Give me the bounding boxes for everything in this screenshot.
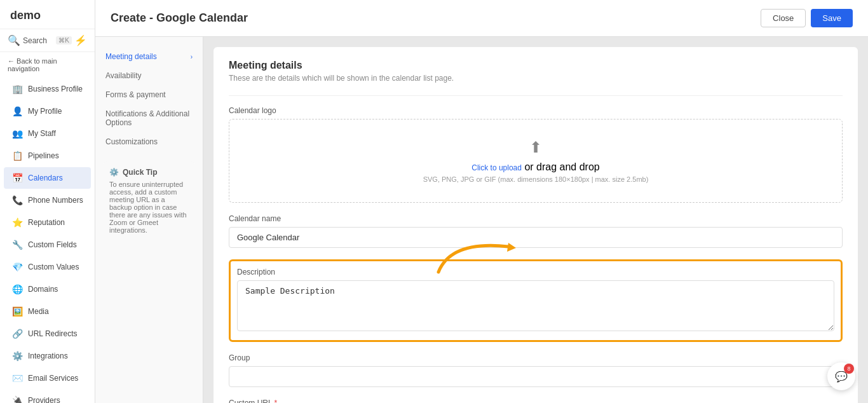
sidebar-item-my-staff[interactable]: 👥My Staff bbox=[4, 123, 91, 144]
calendar-logo-field: Calendar logo ⬆ Click to upload or drag … bbox=[229, 106, 843, 203]
close-button[interactable]: Close bbox=[761, 9, 806, 27]
providers-icon: 🔌 bbox=[11, 395, 23, 403]
divider bbox=[229, 95, 843, 96]
sidebar-item-url-redirects[interactable]: 🔗URL Redirects bbox=[4, 323, 91, 345]
integrations-icon: ⚙️ bbox=[11, 351, 23, 361]
chat-button[interactable]: 💬 8 bbox=[827, 362, 855, 390]
subnav-item-forms-payment[interactable]: Forms & payment bbox=[95, 85, 203, 104]
business-profile-icon: 🏢 bbox=[11, 84, 23, 94]
upload-hint: SVG, PNG, JPG or GIF (max. dimensions 18… bbox=[248, 175, 823, 183]
sidebar-item-business-profile[interactable]: 🏢Business Profile bbox=[4, 78, 91, 100]
subnav-item-customizations[interactable]: Customizations bbox=[95, 132, 203, 151]
lightning-icon: ⚡ bbox=[74, 34, 87, 46]
sidebar-item-pipelines[interactable]: 📋Pipelines bbox=[4, 145, 91, 167]
section-desc: These are the details which will be show… bbox=[229, 74, 843, 83]
calendar-logo-label: Calendar logo bbox=[229, 106, 843, 115]
subnav-item-meeting-details[interactable]: Meeting details› bbox=[95, 47, 203, 66]
subnav-label-availability: Availability bbox=[105, 71, 141, 80]
quick-tip-title: ⚙️ Quick Tip bbox=[109, 168, 189, 177]
search-icon: 🔍 bbox=[8, 34, 20, 46]
description-textarea[interactable]: Sample Description bbox=[237, 280, 834, 331]
upload-icon: ⬆ bbox=[248, 139, 823, 156]
media-icon: 🖼️ bbox=[11, 306, 23, 317]
group-label: Group bbox=[229, 353, 843, 362]
sidebar-item-integrations[interactable]: ⚙️Integrations bbox=[4, 345, 91, 367]
subnav-label-customizations: Customizations bbox=[105, 137, 158, 146]
upload-alt: or drag and drop bbox=[524, 161, 599, 172]
sidebar-item-media[interactable]: 🖼️Media bbox=[4, 301, 91, 322]
sidebar-label-custom-fields: Custom Fields bbox=[28, 240, 77, 249]
custom-values-icon: 💎 bbox=[11, 262, 23, 272]
sidebar-label-email-services: Email Services bbox=[28, 374, 78, 383]
sidebar-item-calendars[interactable]: 📅Calendars bbox=[4, 167, 91, 189]
group-select-wrapper bbox=[229, 366, 843, 387]
subnav: Meeting details›AvailabilityForms & paym… bbox=[95, 37, 203, 403]
description-label: Description bbox=[237, 268, 834, 277]
sidebar-label-pipelines: Pipelines bbox=[28, 151, 59, 160]
quick-tip: ⚙️ Quick Tip To ensure uninterrupted acc… bbox=[103, 161, 195, 240]
custom-url-label: Custom URL * bbox=[229, 399, 843, 403]
email-services-icon: ✉️ bbox=[11, 373, 23, 383]
sidebar-label-url-redirects: URL Redirects bbox=[28, 329, 78, 338]
reputation-icon: ⭐ bbox=[11, 217, 23, 228]
sidebar-item-custom-fields[interactable]: 🔧Custom Fields bbox=[4, 234, 91, 256]
calendar-name-field: Calendar name bbox=[229, 214, 843, 248]
custom-fields-icon: 🔧 bbox=[11, 240, 23, 250]
sidebar-label-my-profile: My Profile bbox=[28, 107, 62, 116]
domains-icon: 🌐 bbox=[11, 284, 23, 294]
subnav-label-notifications: Notifications & Additional Options bbox=[105, 109, 193, 127]
header-actions: Close Save bbox=[761, 9, 853, 27]
sidebar-label-business-profile: Business Profile bbox=[28, 85, 83, 93]
search-label: Search bbox=[23, 36, 53, 45]
group-select[interactable] bbox=[229, 366, 843, 387]
my-profile-icon: 👤 bbox=[11, 106, 23, 116]
pipelines-icon: 📋 bbox=[11, 151, 23, 161]
search-bar[interactable]: 🔍 Search ⌘K ⚡ bbox=[0, 29, 95, 52]
calendar-name-input[interactable] bbox=[229, 227, 843, 248]
subnav-item-notifications[interactable]: Notifications & Additional Options bbox=[95, 104, 203, 132]
chat-badge: 8 bbox=[844, 364, 854, 374]
quick-tip-body: To ensure uninterrupted access, add a cu… bbox=[109, 181, 189, 234]
gear-icon: ⚙️ bbox=[109, 168, 119, 177]
section-title: Meeting details bbox=[229, 60, 843, 71]
search-kbd: ⌘K bbox=[56, 36, 72, 44]
upload-link[interactable]: Click to upload bbox=[471, 163, 522, 172]
page-title: Create - Google Calendar bbox=[111, 11, 248, 25]
description-field-highlighted: Description Sample Description bbox=[229, 259, 843, 342]
my-staff-icon: 👥 bbox=[11, 128, 23, 139]
sidebar-item-providers[interactable]: 🔌Providers bbox=[4, 390, 91, 403]
sidebar-item-domains[interactable]: 🌐Domains bbox=[4, 278, 91, 300]
calendars-icon: 📅 bbox=[11, 173, 23, 183]
sidebar: demo 🔍 Search ⌘K ⚡ ← Back to main naviga… bbox=[0, 0, 95, 403]
page-header: Create - Google Calendar Close Save bbox=[95, 0, 868, 37]
sidebar-label-phone-numbers: Phone Numbers bbox=[28, 196, 83, 205]
form-area: Meeting details These are the details wh… bbox=[203, 37, 868, 403]
sidebar-item-phone-numbers[interactable]: 📞Phone Numbers bbox=[4, 189, 91, 211]
custom-url-field: Custom URL * /widget/bookings/ bbox=[229, 399, 843, 403]
sidebar-label-custom-values: Custom Values bbox=[28, 263, 79, 271]
save-button[interactable]: Save bbox=[811, 9, 853, 27]
upload-text: Click to upload or drag and drop bbox=[248, 161, 823, 173]
upload-area[interactable]: ⬆ Click to upload or drag and drop SVG, … bbox=[229, 119, 843, 203]
phone-numbers-icon: 📞 bbox=[11, 195, 23, 205]
sidebar-label-calendars: Calendars bbox=[28, 174, 63, 182]
sidebar-label-my-staff: My Staff bbox=[28, 129, 56, 138]
group-field: Group bbox=[229, 353, 843, 387]
sidebar-label-domains: Domains bbox=[28, 285, 58, 294]
sidebar-label-integrations: Integrations bbox=[28, 352, 68, 360]
subnav-label-meeting-details: Meeting details bbox=[105, 52, 157, 61]
sidebar-label-providers: Providers bbox=[28, 396, 60, 403]
sidebar-item-email-services[interactable]: ✉️Email Services bbox=[4, 367, 91, 389]
url-redirects-icon: 🔗 bbox=[11, 329, 23, 339]
main-area: Create - Google Calendar Close Save Meet… bbox=[95, 0, 868, 403]
subnav-item-availability[interactable]: Availability bbox=[95, 66, 203, 85]
chevron-icon: › bbox=[191, 53, 193, 60]
calendar-name-label: Calendar name bbox=[229, 214, 843, 223]
sidebar-item-reputation[interactable]: ⭐Reputation bbox=[4, 212, 91, 233]
back-nav[interactable]: ← Back to main navigation bbox=[0, 52, 95, 78]
sidebar-nav: 🏢Business Profile👤My Profile👥My Staff📋Pi… bbox=[0, 78, 95, 403]
form-content: Meeting details These are the details wh… bbox=[214, 47, 858, 403]
sidebar-item-custom-values[interactable]: 💎Custom Values bbox=[4, 256, 91, 278]
sidebar-item-my-profile[interactable]: 👤My Profile bbox=[4, 100, 91, 122]
subnav-label-forms-payment: Forms & payment bbox=[105, 90, 166, 99]
